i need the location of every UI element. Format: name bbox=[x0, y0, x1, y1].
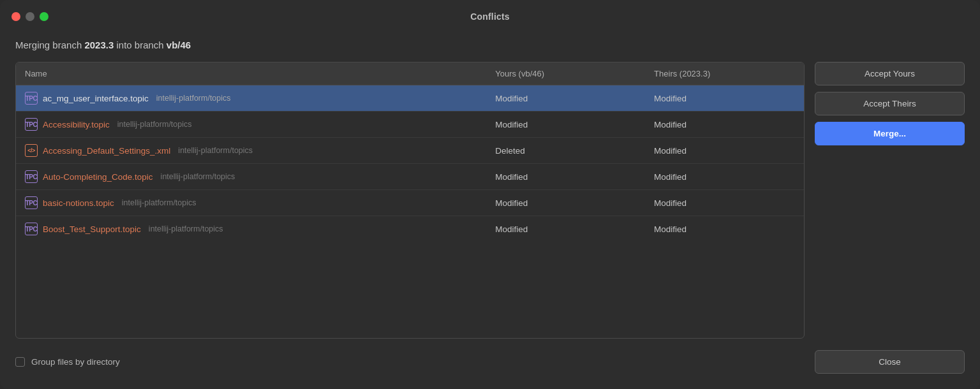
maximize-window-button[interactable] bbox=[40, 12, 48, 21]
dialog-footer: Group files by directory Close bbox=[15, 350, 965, 374]
file-path: intellij-platform/topics bbox=[156, 94, 231, 103]
title-bar: Conflicts bbox=[0, 0, 980, 33]
table-row[interactable]: TPC Accessibility.topic intellij-platfor… bbox=[16, 112, 804, 138]
accept-theirs-button[interactable]: Accept Theirs bbox=[815, 92, 965, 115]
group-by-directory-label: Group files by directory bbox=[31, 357, 120, 367]
file-type-icon: TPC bbox=[25, 170, 38, 183]
conflicts-table: Name Yours (vb/46) Theirs (2023.3) TPC a… bbox=[16, 62, 804, 242]
dialog-content: Merging branch 2023.3 into branch vb/46 … bbox=[0, 33, 980, 389]
filename: Accessibility.topic bbox=[43, 120, 110, 129]
merge-branch-from: 2023.3 bbox=[84, 40, 114, 50]
action-buttons-panel: Accept Yours Accept Theirs Merge... bbox=[815, 62, 965, 339]
group-by-directory-option: Group files by directory bbox=[15, 357, 120, 367]
main-area: Name Yours (vb/46) Theirs (2023.3) TPC a… bbox=[15, 62, 965, 339]
merge-info-text-before: Merging branch bbox=[15, 40, 84, 50]
filename: Boost_Test_Support.topic bbox=[43, 224, 141, 234]
yours-status: Modified bbox=[486, 164, 645, 190]
table-row[interactable]: TPC basic-notions.topic intellij-platfor… bbox=[16, 190, 804, 216]
table-row[interactable]: TPC ac_mg_user_interface.topic intellij-… bbox=[16, 85, 804, 112]
file-cell: TPC Boost_Test_Support.topic intellij-pl… bbox=[16, 216, 486, 242]
yours-status: Deleted bbox=[486, 138, 645, 164]
col-header-yours: Yours (vb/46) bbox=[486, 62, 645, 85]
file-path: intellij-platform/topics bbox=[149, 224, 223, 233]
theirs-status: Modified bbox=[645, 190, 804, 216]
merge-branch-into: vb/46 bbox=[167, 40, 191, 50]
file-cell: TPC basic-notions.topic intellij-platfor… bbox=[16, 190, 486, 216]
file-path: intellij-platform/topics bbox=[122, 198, 197, 207]
file-cell: </> Accessing_Default_Settings_.xml inte… bbox=[16, 138, 486, 164]
yours-status: Modified bbox=[486, 190, 645, 216]
file-cell: TPC Auto-Completing_Code.topic intellij-… bbox=[16, 164, 486, 190]
file-path: intellij-platform/topics bbox=[161, 172, 235, 181]
theirs-status: Modified bbox=[645, 164, 804, 190]
accept-yours-button[interactable]: Accept Yours bbox=[815, 62, 965, 85]
yours-status: Modified bbox=[486, 216, 645, 242]
merge-info-text-middle: into branch bbox=[114, 40, 167, 50]
filename: Auto-Completing_Code.topic bbox=[43, 172, 153, 182]
merge-info: Merging branch 2023.3 into branch vb/46 bbox=[15, 40, 965, 50]
file-type-icon: </> bbox=[25, 144, 38, 157]
table-header: Name Yours (vb/46) Theirs (2023.3) bbox=[16, 62, 804, 85]
col-header-theirs: Theirs (2023.3) bbox=[645, 62, 804, 85]
table-row[interactable]: </> Accessing_Default_Settings_.xml inte… bbox=[16, 138, 804, 164]
file-cell: TPC Accessibility.topic intellij-platfor… bbox=[16, 112, 486, 138]
traffic-lights bbox=[11, 12, 48, 21]
close-window-button[interactable] bbox=[11, 12, 20, 21]
filename: ac_mg_user_interface.topic bbox=[43, 94, 149, 103]
theirs-status: Modified bbox=[645, 216, 804, 242]
minimize-window-button[interactable] bbox=[26, 12, 34, 21]
conflicts-dialog: Conflicts Merging branch 2023.3 into bra… bbox=[0, 0, 980, 389]
file-path: intellij-platform/topics bbox=[178, 146, 253, 155]
group-by-directory-checkbox[interactable] bbox=[15, 357, 25, 367]
window-title: Conflicts bbox=[470, 11, 510, 22]
close-button[interactable]: Close bbox=[815, 350, 965, 374]
file-type-icon: TPC bbox=[25, 118, 38, 131]
file-cell: TPC ac_mg_user_interface.topic intellij-… bbox=[16, 85, 486, 112]
file-type-icon: TPC bbox=[25, 196, 38, 209]
file-path: intellij-platform/topics bbox=[117, 120, 192, 129]
filename: basic-notions.topic bbox=[43, 198, 114, 208]
filename: Accessing_Default_Settings_.xml bbox=[43, 146, 170, 156]
table-row[interactable]: TPC Boost_Test_Support.topic intellij-pl… bbox=[16, 216, 804, 242]
file-type-icon: TPC bbox=[25, 223, 38, 235]
theirs-status: Modified bbox=[645, 112, 804, 138]
table-row[interactable]: TPC Auto-Completing_Code.topic intellij-… bbox=[16, 164, 804, 190]
file-type-icon: TPC bbox=[25, 92, 38, 105]
col-header-name: Name bbox=[16, 62, 486, 85]
conflicts-table-container: Name Yours (vb/46) Theirs (2023.3) TPC a… bbox=[15, 62, 805, 339]
table-body: TPC ac_mg_user_interface.topic intellij-… bbox=[16, 85, 804, 242]
yours-status: Modified bbox=[486, 112, 645, 138]
theirs-status: Modified bbox=[645, 85, 804, 112]
merge-button[interactable]: Merge... bbox=[815, 122, 965, 145]
theirs-status: Modified bbox=[645, 138, 804, 164]
yours-status: Modified bbox=[486, 85, 645, 112]
